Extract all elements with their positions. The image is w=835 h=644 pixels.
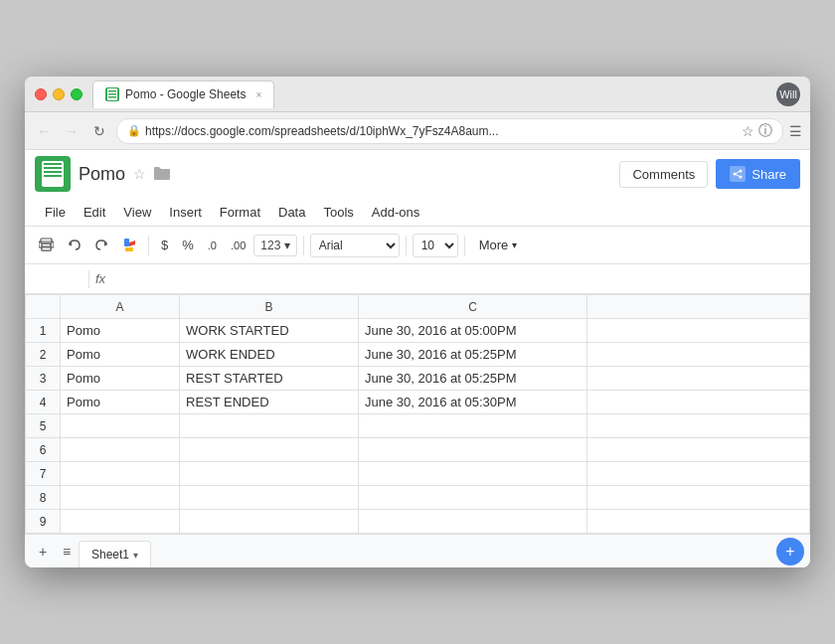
cell-5-c[interactable]: [359, 414, 587, 438]
cell-8-b[interactable]: [180, 486, 359, 510]
svg-rect-3: [108, 96, 116, 98]
table-row: 2PomoWORK ENDEDJune 30, 2016 at 05:25PM: [26, 343, 810, 367]
cell-6-b[interactable]: [180, 438, 359, 462]
sheet-list-button[interactable]: ≡: [55, 540, 79, 564]
add-sheet-fab[interactable]: +: [776, 538, 804, 565]
spreadsheet-table: A B C 1PomoWORK STARTEDJune 30, 2016 at …: [25, 294, 810, 534]
title-bar: Pomo - Google Sheets × Will: [25, 77, 810, 112]
cell-9-extra[interactable]: [587, 510, 810, 534]
cell-1-b[interactable]: WORK STARTED: [180, 319, 359, 343]
cell-6-extra[interactable]: [587, 438, 810, 462]
app-title-row: Pomo ☆ Comments: [25, 150, 810, 198]
cell-1-extra[interactable]: [587, 319, 810, 343]
spreadsheet-body: 1PomoWORK STARTEDJune 30, 2016 at 05:00P…: [26, 319, 810, 534]
maximize-button[interactable]: [71, 88, 83, 100]
undo-button[interactable]: [61, 233, 86, 258]
menu-tools[interactable]: Tools: [315, 202, 361, 223]
cell-5-a[interactable]: [61, 414, 180, 438]
refresh-button[interactable]: ↻: [88, 120, 110, 142]
user-badge[interactable]: Will: [776, 82, 800, 106]
redo-button[interactable]: [88, 233, 114, 258]
cell-3-c[interactable]: June 30, 2016 at 05:25PM: [359, 367, 587, 391]
decimal-less-button[interactable]: .0: [202, 233, 223, 258]
bookmark-icon[interactable]: ☆: [742, 123, 754, 139]
cell-8-extra[interactable]: [587, 486, 810, 510]
menu-view[interactable]: View: [115, 202, 159, 223]
cell-2-extra[interactable]: [587, 343, 810, 367]
cell-3-b[interactable]: REST STARTED: [180, 367, 359, 391]
info-icon[interactable]: ⓘ: [758, 122, 772, 140]
formula-input[interactable]: [111, 271, 802, 286]
percent-button[interactable]: %: [176, 233, 200, 258]
cell-3-extra[interactable]: [587, 367, 810, 391]
table-row: 9: [26, 510, 810, 534]
cell-2-a[interactable]: Pomo: [61, 343, 180, 367]
print-button[interactable]: [33, 233, 59, 258]
paint-format-button[interactable]: [116, 233, 142, 258]
tab-close-icon[interactable]: ×: [255, 89, 261, 100]
close-button[interactable]: [35, 88, 47, 100]
doc-title[interactable]: Pomo: [79, 164, 125, 185]
more-button[interactable]: More ▾: [471, 233, 526, 258]
cell-9-b[interactable]: [180, 510, 359, 534]
forward-button[interactable]: →: [61, 120, 83, 142]
decimal-more-button[interactable]: .00: [225, 233, 251, 258]
cell-2-b[interactable]: WORK ENDED: [180, 343, 359, 367]
cell-7-c[interactable]: [359, 462, 587, 486]
cell-7-b[interactable]: [180, 462, 359, 486]
menu-data[interactable]: Data: [270, 202, 313, 223]
cell-4-a[interactable]: Pomo: [61, 391, 180, 414]
share-button[interactable]: Share: [716, 159, 800, 189]
cell-8-a[interactable]: [61, 486, 180, 510]
secure-icon: 🔒: [127, 124, 141, 137]
cell-reference[interactable]: [33, 272, 83, 286]
browser-tab[interactable]: Pomo - Google Sheets ×: [92, 80, 274, 108]
sheet-tab-1[interactable]: Sheet1 ▾: [79, 541, 151, 568]
col-header-d[interactable]: [587, 295, 810, 319]
cell-5-b[interactable]: [180, 414, 359, 438]
format-button[interactable]: 123 ▾: [253, 235, 296, 256]
svg-rect-2: [108, 93, 116, 95]
menu-addons[interactable]: Add-ons: [364, 202, 427, 223]
menu-format[interactable]: Format: [212, 202, 268, 223]
back-button[interactable]: ←: [33, 120, 55, 142]
col-header-c[interactable]: C: [359, 295, 587, 319]
cell-4-extra[interactable]: [587, 391, 810, 414]
cell-4-c[interactable]: June 30, 2016 at 05:30PM: [359, 391, 587, 414]
address-actions: ☆ ⓘ: [742, 122, 772, 140]
menu-insert[interactable]: Insert: [161, 202, 210, 223]
cell-9-a[interactable]: [61, 510, 180, 534]
menu-file[interactable]: File: [37, 202, 74, 223]
cell-1-c[interactable]: June 30, 2016 at 05:00PM: [359, 319, 587, 343]
cell-2-c[interactable]: June 30, 2016 at 05:25PM: [359, 343, 587, 367]
cell-7-extra[interactable]: [587, 462, 810, 486]
cell-6-c[interactable]: [359, 438, 587, 462]
cell-1-a[interactable]: Pomo: [61, 319, 180, 343]
address-bar: ← → ↻ 🔒 https://docs.google.com/spreadsh…: [25, 112, 810, 150]
cell-9-c[interactable]: [359, 510, 587, 534]
cell-3-a[interactable]: Pomo: [61, 367, 180, 391]
comments-button[interactable]: Comments: [619, 161, 708, 188]
cell-6-a[interactable]: [61, 438, 180, 462]
cell-8-c[interactable]: [359, 486, 587, 510]
share-label: Share: [752, 167, 786, 182]
app-header: Pomo ☆ Comments: [25, 150, 810, 227]
address-input[interactable]: 🔒 https://docs.google.com/spreadsheets/d…: [116, 118, 783, 144]
font-selector[interactable]: Arial: [310, 234, 400, 257]
star-icon[interactable]: ☆: [133, 166, 146, 182]
menu-edit[interactable]: Edit: [76, 202, 113, 223]
table-row: 4PomoREST ENDEDJune 30, 2016 at 05:30PM: [26, 391, 810, 414]
currency-button[interactable]: $: [155, 233, 174, 258]
col-header-a[interactable]: A: [61, 295, 180, 319]
add-sheet-button[interactable]: +: [31, 540, 55, 564]
row-number-1: 1: [26, 319, 61, 343]
cell-5-extra[interactable]: [587, 414, 810, 438]
cell-4-b[interactable]: REST ENDED: [180, 391, 359, 414]
cell-7-a[interactable]: [61, 462, 180, 486]
browser-menu-icon[interactable]: ☰: [789, 123, 802, 139]
minimize-button[interactable]: [53, 88, 65, 100]
font-size-selector[interactable]: 10: [413, 234, 458, 257]
col-header-b[interactable]: B: [180, 295, 359, 319]
sheets-logo: [35, 156, 71, 192]
svg-point-13: [50, 243, 52, 245]
